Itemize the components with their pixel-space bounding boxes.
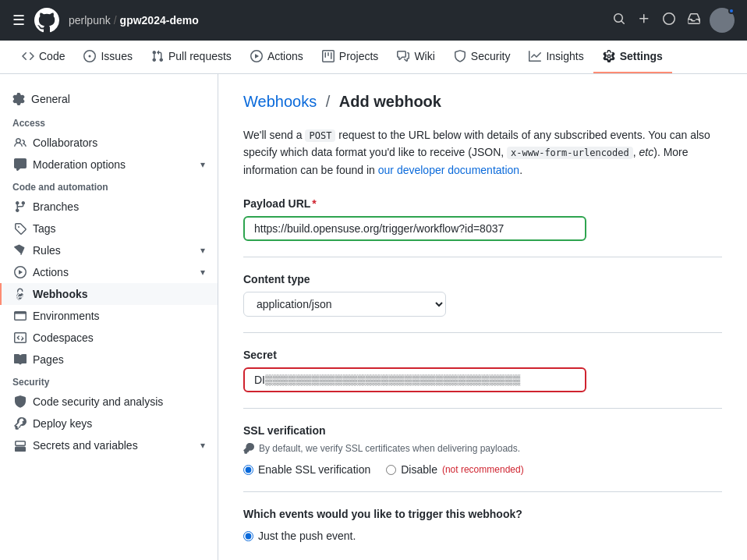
topbar-actions (610, 8, 735, 33)
ssl-options: Enable SSL verification Disable (not rec… (243, 463, 722, 476)
required-star: * (312, 197, 316, 210)
ssl-title: SSL verification (243, 424, 722, 437)
tab-wiki-label: Wiki (414, 50, 434, 62)
sidebar-item-general[interactable]: General (0, 87, 218, 112)
username-link[interactable]: perlpunk (69, 14, 111, 27)
inbox-icon[interactable] (685, 9, 703, 31)
webhooks-label: Webhooks (33, 288, 88, 300)
secrets-chevron-icon: ▾ (200, 440, 205, 451)
search-icon[interactable] (610, 9, 628, 31)
plus-icon[interactable] (635, 9, 653, 31)
sidebar-item-webhooks[interactable]: Webhooks (0, 283, 218, 305)
tab-issues-label: Issues (101, 50, 132, 62)
trigger-section: Which events would you like to trigger t… (243, 508, 722, 542)
payload-url-label: Payload URL* (243, 197, 722, 210)
code-automation-section-label: Code and automation (0, 175, 218, 196)
sidebar-item-rules[interactable]: Rules ▾ (0, 239, 218, 261)
avatar[interactable] (710, 8, 735, 33)
moderation-chevron-icon: ▾ (200, 159, 205, 170)
security-section-label: Security (0, 370, 218, 391)
ssl-enable-radio[interactable] (243, 465, 253, 475)
repo-name: gpw2024-demo (120, 14, 199, 27)
secret-section: Secret (243, 349, 722, 392)
collaborators-label: Collaborators (33, 136, 97, 149)
rules-chevron-icon: ▾ (200, 245, 205, 256)
tab-code[interactable]: Code (12, 41, 74, 73)
developer-docs-link[interactable]: our developer documentation (378, 164, 519, 176)
notification-dot (728, 8, 735, 14)
payload-url-section: Payload URL* (243, 197, 722, 241)
tab-pr-label: Pull requests (168, 50, 232, 62)
content-type-label: Content type (243, 273, 722, 285)
tab-settings-label: Settings (620, 50, 663, 62)
breadcrumb-current: Add webhook (339, 93, 441, 110)
post-code: POST (305, 129, 335, 142)
sidebar-item-moderation[interactable]: Moderation options ▾ (0, 154, 218, 175)
tab-settings[interactable]: Settings (593, 41, 672, 73)
ssl-disable-radio[interactable] (386, 465, 396, 475)
deploy-keys-label: Deploy keys (33, 417, 92, 430)
tab-insights[interactable]: Insights (519, 41, 593, 73)
tab-pull-requests[interactable]: Pull requests (142, 41, 241, 73)
content-type-section: Content type application/json applicatio… (243, 273, 722, 317)
secrets-label: Secrets and variables (33, 439, 138, 452)
trigger-push-radio[interactable] (243, 531, 253, 541)
payload-url-input[interactable] (243, 216, 586, 241)
circle-icon[interactable] (660, 9, 678, 31)
tab-security[interactable]: Security (444, 41, 520, 73)
access-section-label: Access (0, 112, 218, 132)
content-type-select[interactable]: application/json application/x-www-form-… (243, 292, 446, 317)
tab-projects-label: Projects (339, 50, 379, 62)
sidebar-item-deploy-keys[interactable]: Deploy keys (0, 413, 218, 434)
hamburger-button[interactable]: ☰ (12, 12, 25, 29)
ssl-description: By default, we verify SSL certificates w… (243, 443, 722, 454)
sidebar-general-label: General (31, 93, 70, 105)
sidebar-item-actions[interactable]: Actions ▾ (0, 261, 218, 283)
trigger-title: Which events would you like to trigger t… (243, 508, 722, 520)
secret-label: Secret (243, 349, 722, 361)
secret-input[interactable] (243, 367, 586, 392)
breadcrumb-sep: / (326, 93, 331, 110)
sidebar-item-collaborators[interactable]: Collaborators (0, 132, 218, 154)
tab-wiki[interactable]: Wiki (388, 41, 444, 73)
moderation-label: Moderation options (33, 158, 126, 171)
ssl-disable-option[interactable]: Disable (not recommended) (386, 463, 523, 476)
pages-label: Pages (33, 353, 64, 366)
repo-breadcrumb: perlpunk / gpw2024-demo (69, 14, 199, 27)
rules-label: Rules (33, 244, 61, 257)
topbar: ☰ perlpunk / gpw2024-demo (0, 0, 747, 41)
ssl-disable-label: Disable (401, 463, 437, 476)
tab-insights-label: Insights (546, 50, 583, 62)
breadcrumb-webhooks-link[interactable]: Webhooks (243, 93, 317, 110)
tab-code-label: Code (39, 50, 65, 62)
code-security-label: Code security and analysis (33, 395, 163, 408)
codespaces-label: Codespaces (33, 331, 94, 344)
sidebar-item-branches[interactable]: Branches (0, 196, 218, 218)
layout: General Access Collaborators Moderation … (0, 74, 747, 560)
trigger-push-label: Just the push event. (258, 530, 356, 542)
secret-input-wrapper (243, 367, 722, 392)
ssl-enable-option[interactable]: Enable SSL verification (243, 463, 370, 476)
sidebar-item-secrets[interactable]: Secrets and variables ▾ (0, 434, 218, 456)
environments-label: Environments (33, 310, 100, 322)
github-logo (34, 8, 59, 33)
not-recommended-text: (not recommended) (442, 464, 524, 475)
sidebar-item-code-security[interactable]: Code security and analysis (0, 391, 218, 413)
actions-chevron-icon: ▾ (200, 267, 205, 278)
tab-actions-label: Actions (267, 50, 303, 62)
ssl-section: SSL verification By default, we verify S… (243, 424, 722, 476)
repo-nav: Code Issues Pull requests Actions Projec… (0, 41, 747, 74)
ssl-enable-label: Enable SSL verification (258, 463, 370, 476)
tab-actions[interactable]: Actions (241, 41, 313, 73)
sidebar-item-codespaces[interactable]: Codespaces (0, 327, 218, 349)
tab-security-label: Security (471, 50, 511, 62)
sidebar: General Access Collaborators Moderation … (0, 74, 218, 560)
info-description: We'll send a POST request to the URL bel… (243, 126, 722, 179)
tab-projects[interactable]: Projects (313, 41, 388, 73)
trigger-push-option[interactable]: Just the push event. (243, 530, 722, 542)
sidebar-item-environments[interactable]: Environments (0, 305, 218, 327)
form-urlencoded-code: x-www-form-urlencoded (507, 147, 633, 159)
sidebar-item-tags[interactable]: Tags (0, 218, 218, 239)
tab-issues[interactable]: Issues (74, 41, 141, 73)
sidebar-item-pages[interactable]: Pages (0, 349, 218, 370)
